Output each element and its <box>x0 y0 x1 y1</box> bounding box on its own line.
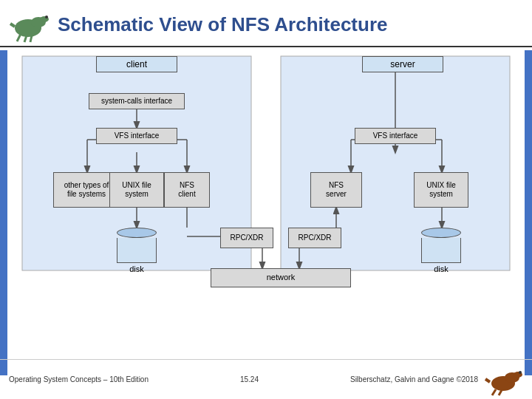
diagram-area: client server system-calls interface VFS… <box>0 50 532 375</box>
disk-left: disk <box>117 228 157 273</box>
unix-fs-server-box: UNIX file system <box>414 172 468 208</box>
footer-center: 15.24 <box>240 375 259 383</box>
footer-left: Operating System Concepts – 10th Edition <box>9 375 149 383</box>
svg-line-39 <box>492 389 496 395</box>
disk-right: disk <box>421 228 461 273</box>
svg-point-3 <box>45 16 48 18</box>
server-section-label: server <box>362 56 443 72</box>
left-sidebar-bar <box>0 50 7 375</box>
page-header: Schematic View of NFS Architecture <box>0 0 532 47</box>
footer-right: Silberschatz, Galvin and Gagne ©2018 <box>350 375 478 383</box>
vfs-client-box: VFS interface <box>96 128 177 144</box>
client-section-label: client <box>96 56 177 72</box>
svg-line-4 <box>17 34 21 41</box>
dino-top-icon <box>6 6 50 43</box>
nfs-client-box: NFS client <box>164 172 210 208</box>
syscall-interface-box: system-calls interface <box>89 93 185 109</box>
connector-lines <box>0 50 532 375</box>
network-box: network <box>211 268 351 287</box>
rpc-client-box: RPC/XDR <box>220 228 273 248</box>
page-title: Schematic View of NFS Architecture <box>58 13 387 36</box>
svg-line-7 <box>10 24 15 27</box>
svg-point-38 <box>519 371 522 374</box>
unix-fs-client-box: UNIX file system <box>109 172 164 208</box>
rpc-server-box: RPC/XDR <box>288 228 341 248</box>
nfs-server-box: NFS server <box>310 172 362 208</box>
svg-line-6 <box>30 35 32 42</box>
svg-line-41 <box>485 379 490 382</box>
dino-bottom-icon <box>482 363 523 396</box>
vfs-server-box: VFS interface <box>355 128 436 144</box>
footer: Operating System Concepts – 10th Edition… <box>0 359 532 399</box>
svg-line-40 <box>499 390 502 395</box>
right-sidebar-bar <box>525 50 532 375</box>
